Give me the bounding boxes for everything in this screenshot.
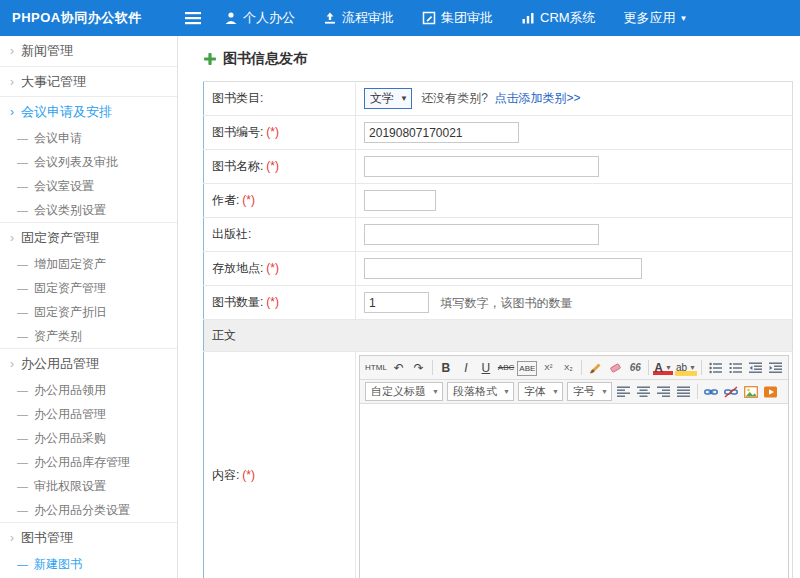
italic-icon[interactable]: I [457,358,475,377]
sidebar-item-label: 办公用品领用 [34,382,106,399]
blockquote-icon[interactable]: 66 [626,358,644,377]
link-icon[interactable] [702,382,720,401]
sidebar-item[interactable]: —办公用品领用 [0,378,177,402]
group-icon [422,11,436,25]
sidebar-group[interactable]: ›办公用品管理 [0,348,177,378]
align-right-icon[interactable] [655,382,673,401]
unlink-icon[interactable] [722,382,740,401]
format-brush-icon[interactable] [586,358,604,377]
category-select[interactable]: 文学 ▼ [364,88,412,109]
book-number-input[interactable] [364,122,519,143]
caret-down-icon: ▼ [680,14,688,23]
nav-item[interactable]: CRM系统 [521,9,596,27]
book-form: 图书类目: 文学 ▼ 还没有类别? 点击添加类别>> 图书编号:(*) 图书名称… [203,81,793,578]
sidebar-item[interactable]: —新建图书 [0,552,177,576]
dash-icon: — [17,330,28,342]
caret-down-icon: ▼ [432,388,439,395]
nav-item[interactable]: 集团审批 [422,9,493,27]
highlight-color-icon[interactable]: ab▼ [675,358,697,377]
font-family-select[interactable]: 字体▼ [518,382,563,401]
dash-icon: — [17,384,28,396]
ordered-list-icon[interactable] [726,358,744,377]
sidebar-group[interactable]: ›固定资产管理 [0,222,177,252]
toolbar-separator [697,384,698,399]
unordered-list-icon[interactable] [706,358,724,377]
sidebar-item[interactable]: —固定资产折旧 [0,300,177,324]
sidebar-item-label: 办公用品库存管理 [34,454,130,471]
sidebar-item[interactable]: —办公用品采购 [0,426,177,450]
quantity-hint: 填写数字，该图书的数量 [440,296,572,310]
sidebar-item[interactable]: —办公用品管理 [0,402,177,426]
strikethrough-icon[interactable]: ABC [497,358,515,377]
sidebar-item-label: 会议申请 [34,130,82,147]
dash-icon: — [17,504,28,516]
process-icon [323,11,337,25]
sidebar-item[interactable]: —会议类别设置 [0,198,177,222]
publisher-input[interactable] [364,224,599,245]
outdent-icon[interactable] [746,358,764,377]
editor-toolbar-row1: HTML↶↷BIUABCABEX²X₂66A▼ab▼ [360,356,788,380]
add-category-link[interactable]: 点击添加类别>> [494,91,580,105]
underline-icon[interactable]: U [477,358,495,377]
align-center-icon[interactable] [635,382,653,401]
editor-content-area[interactable] [360,404,788,578]
html-source-button[interactable]: HTML [364,358,388,377]
paragraph-format-select[interactable]: 段落格式▼ [447,382,514,401]
sidebar-item[interactable]: —办公用品库存管理 [0,450,177,474]
sidebar-item-label: 会议室设置 [34,178,94,195]
subscript-icon[interactable]: X₂ [559,358,577,377]
image-icon[interactable] [742,382,760,401]
location-input[interactable] [364,258,642,279]
nav-item-label: 流程审批 [342,9,394,27]
sidebar-item[interactable]: —会议列表及审批 [0,150,177,174]
required-mark: (*) [266,125,279,139]
sidebar-item[interactable]: —增加固定资产 [0,252,177,276]
dash-icon: — [17,180,28,192]
redo-icon[interactable]: ↷ [410,358,428,377]
nav-item-label: 集团审批 [441,9,493,27]
undo-icon[interactable]: ↶ [390,358,408,377]
field-label: 图书类目: [212,91,263,105]
book-name-input[interactable] [364,156,599,177]
media-icon[interactable] [762,382,780,401]
superscript-icon[interactable]: X² [539,358,557,377]
border-text-icon[interactable]: ABE [517,361,537,376]
sidebar-group[interactable]: ›新闻管理 [0,36,177,66]
sidebar-item[interactable]: —审批权限设置 [0,474,177,498]
align-left-icon[interactable] [615,382,633,401]
sidebar-group[interactable]: ›会议申请及安排 [0,96,177,126]
font-size-select[interactable]: 字号▼ [567,382,612,401]
indent-icon[interactable] [766,358,784,377]
sidebar-item[interactable]: —会议室设置 [0,174,177,198]
field-label: 图书数量: [212,295,263,309]
sidebar-item[interactable]: —资产类别 [0,324,177,348]
sidebar-item[interactable]: —办公用品分类设置 [0,498,177,522]
hamburger-menu-icon[interactable] [178,11,208,25]
user-icon [224,11,238,25]
sidebar-group[interactable]: ›图书管理 [0,522,177,552]
form-section-row: 正文 [204,320,793,352]
sidebar-group[interactable]: ›大事记管理 [0,66,177,96]
nav-item[interactable]: 更多应用▼ [624,9,688,27]
crm-icon [521,11,535,25]
nav-item[interactable]: 个人办公 [224,9,295,27]
nav-item-label: 更多应用 [624,9,676,27]
font-color-icon[interactable]: A▼ [653,358,673,377]
add-icon [203,52,217,66]
sidebar-item[interactable]: —固定资产管理 [0,276,177,300]
author-input[interactable] [364,190,436,211]
dash-icon: — [17,204,28,216]
nav-item[interactable]: 流程审批 [323,9,394,27]
bold-icon[interactable]: B [437,358,455,377]
sidebar-item-label: 固定资产管理 [34,280,106,297]
quantity-input[interactable] [364,292,429,313]
sidebar-item[interactable]: —会议申请 [0,126,177,150]
required-mark: (*) [266,159,279,173]
chevron-right-icon: › [10,532,14,544]
sidebar-item-label: 办公用品采购 [34,430,106,447]
align-justify-icon[interactable] [675,382,693,401]
custom-heading-select[interactable]: 自定义标题▼ [365,382,443,401]
sidebar-group-label: 办公用品管理 [21,355,99,373]
field-label: 存放地点: [212,261,263,275]
eraser-icon[interactable] [606,358,624,377]
